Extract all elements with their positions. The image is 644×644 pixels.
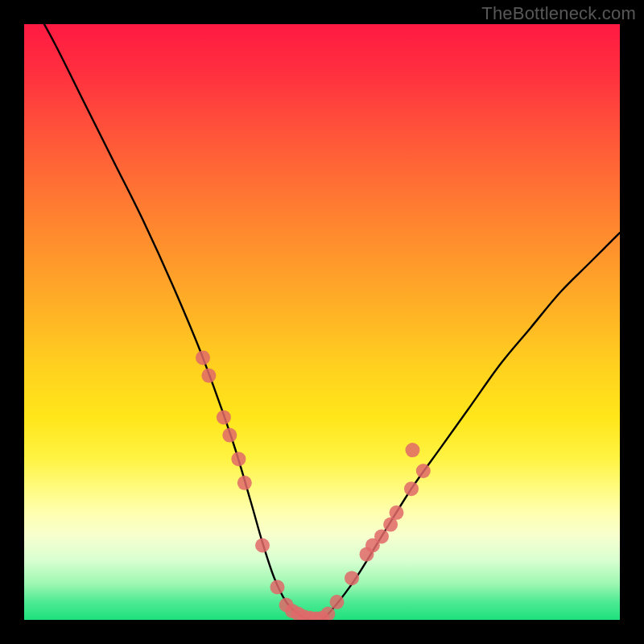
- highlight-dot: [270, 580, 285, 594]
- chart-stage: TheBottleneck.com: [0, 0, 644, 644]
- bottleneck-curve-line: [24, 24, 620, 620]
- chart-overlay: [24, 24, 620, 620]
- highlight-dot: [196, 350, 210, 365]
- highlight-dot: [222, 428, 237, 443]
- highlight-dot: [404, 481, 419, 496]
- watermark-text: TheBottleneck.com: [481, 3, 636, 24]
- highlight-dots-group: [196, 350, 431, 620]
- chart-frame: [24, 24, 620, 620]
- highlight-dot: [374, 529, 389, 543]
- highlight-dot: [255, 539, 270, 553]
- highlight-dot: [201, 369, 216, 383]
- highlight-dot: [405, 443, 419, 457]
- highlight-dot: [330, 595, 345, 609]
- highlight-dot: [237, 476, 252, 490]
- highlight-dot: [416, 464, 431, 478]
- highlight-dot: [217, 410, 231, 424]
- highlight-dot: [231, 452, 246, 466]
- highlight-dot: [345, 571, 359, 585]
- highlight-dot: [390, 506, 404, 520]
